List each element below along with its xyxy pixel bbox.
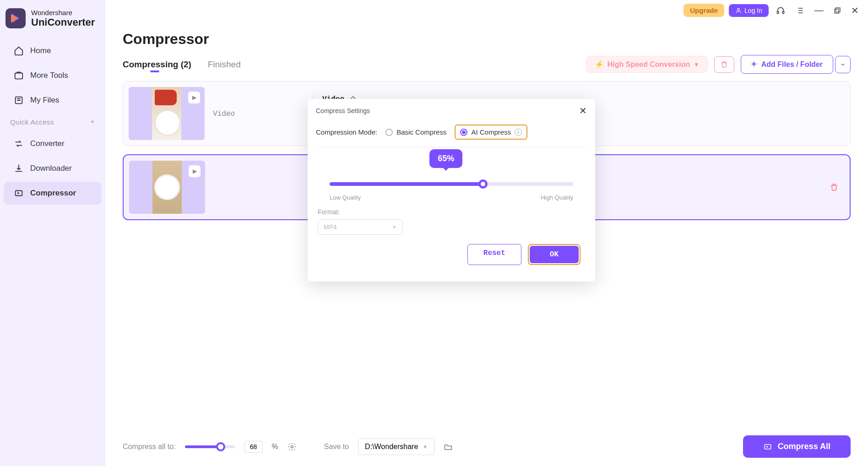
converter-icon [14, 139, 24, 149]
page-title: Compressor [105, 21, 868, 55]
add-quick-access-icon[interactable]: + [90, 117, 95, 127]
logo-icon [5, 8, 26, 28]
compress-settings-modal: Compress Settings ✕ Compression Mode: Ba… [308, 99, 595, 282]
main-area: Upgrade Log In — ✕ Compressor Compressin… [105, 0, 868, 466]
chevron-down-icon: ▼ [423, 444, 428, 450]
app-logo: Wondershare UniConverter [0, 8, 105, 38]
chevron-down-icon [840, 62, 846, 67]
format-select[interactable]: MP4 ▼ [318, 219, 403, 235]
compression-mode-row: Compression Mode: Basic Compress AI Comp… [316, 125, 587, 147]
ai-compress-label: AI Compress [471, 128, 511, 136]
headset-icon[interactable] [773, 6, 788, 15]
tab-compressing[interactable]: Compressing (2) [123, 60, 191, 70]
sidebar-item-label: Compressor [30, 189, 76, 198]
chevron-down-icon: ▼ [694, 61, 699, 68]
compressor-icon [14, 188, 24, 198]
info-icon[interactable]: i [515, 129, 522, 136]
trash-icon [830, 183, 839, 192]
save-path-value: D:\Wondershare [365, 443, 418, 451]
global-quality-slider[interactable] [185, 445, 235, 448]
modal-header: Compress Settings ✕ [308, 99, 595, 121]
sidebar-item-downloader[interactable]: Downloader [4, 157, 102, 180]
upgrade-button[interactable]: Upgrade [684, 4, 724, 17]
quick-access-header: Quick Access + [0, 113, 105, 131]
svg-rect-6 [836, 8, 840, 12]
files-icon [14, 95, 24, 105]
save-path-select[interactable]: D:\Wondershare ▼ [358, 439, 434, 455]
sidebar: Wondershare UniConverter Home More Tools… [0, 0, 105, 466]
video-thumbnail[interactable]: ▶ [129, 87, 205, 140]
slider-labels: Low Quality High Quality [316, 190, 587, 201]
basic-compress-label: Basic Compress [396, 128, 446, 136]
radio-basic-compress[interactable]: Basic Compress [385, 128, 446, 136]
sidebar-item-converter[interactable]: Converter [4, 132, 102, 155]
slider-fill [185, 445, 218, 448]
svg-rect-4 [777, 11, 779, 13]
video-thumbnail[interactable]: ▶ [129, 161, 205, 214]
clear-all-button[interactable] [714, 56, 734, 73]
radio-icon [460, 129, 467, 136]
play-icon: ▶ [189, 165, 201, 177]
compress-all-to-label: Compress all to: [123, 443, 176, 451]
modal-title: Compress Settings [316, 107, 370, 114]
bottom-bar: Compress all to: 68 % Save to D:\Wonders… [105, 427, 868, 466]
format-area: Format: MP4 ▼ [316, 201, 587, 235]
sidebar-item-label: More Tools [30, 71, 68, 80]
svg-rect-0 [15, 73, 23, 79]
tab-finished[interactable]: Finished [208, 60, 241, 70]
sidebar-item-label: Downloader [30, 164, 72, 173]
compress-all-label: Compress All [778, 442, 830, 451]
svg-rect-5 [782, 11, 784, 13]
open-folder-icon[interactable] [444, 442, 453, 451]
list-icon[interactable] [792, 6, 807, 15]
plus-icon: + [751, 59, 757, 70]
logo-text: Wondershare UniConverter [31, 9, 95, 28]
slider-value-bubble: 65% [429, 149, 462, 168]
sidebar-item-compressor[interactable]: Compressor [4, 182, 102, 205]
sidebar-item-home[interactable]: Home [4, 39, 102, 62]
compress-all-button[interactable]: Compress All [743, 435, 851, 458]
sidebar-item-my-files[interactable]: My Files [4, 89, 102, 112]
slider-fill [330, 182, 481, 186]
sidebar-item-more-tools[interactable]: More Tools [4, 64, 102, 87]
radio-ai-compress[interactable]: AI Compress i [455, 125, 527, 140]
high-speed-conversion-button[interactable]: ⚡ High Speed Conversion ▼ [586, 56, 708, 73]
add-files-dropdown[interactable] [835, 56, 851, 73]
minimize-icon[interactable]: — [812, 5, 826, 16]
tabs-row: Compressing (2) Finished ⚡ High Speed Co… [105, 55, 868, 81]
reset-button[interactable]: Reset [467, 244, 521, 265]
high-quality-label: High Quality [541, 194, 573, 201]
home-icon [14, 46, 24, 56]
svg-point-8 [291, 445, 293, 448]
titlebar: Upgrade Log In — ✕ [105, 0, 868, 21]
radio-icon [385, 129, 393, 136]
svg-rect-7 [835, 9, 839, 13]
brand-line2: UniConverter [31, 16, 95, 28]
global-quality-input[interactable]: 68 [244, 441, 263, 453]
maximize-icon[interactable] [831, 7, 844, 14]
settings-gear-icon[interactable] [288, 442, 297, 451]
login-label: Log In [744, 7, 762, 14]
tools-icon [14, 70, 24, 81]
quality-slider[interactable] [330, 182, 573, 186]
svg-point-3 [738, 8, 740, 11]
sidebar-item-label: Converter [30, 139, 65, 148]
add-files-button[interactable]: + Add Files / Folder [741, 55, 833, 74]
sidebar-item-label: Home [30, 46, 51, 55]
item-source-label: Video [213, 110, 235, 118]
modal-close-button[interactable]: ✕ [579, 105, 587, 116]
slider-handle[interactable] [478, 179, 488, 189]
quick-access-label: Quick Access [10, 118, 54, 126]
delete-item-button[interactable] [830, 183, 844, 192]
compress-icon [763, 442, 772, 451]
ok-button-highlight: OK [528, 244, 580, 265]
quality-slider-area: 65% [316, 147, 587, 190]
trash-icon [720, 60, 728, 69]
download-icon [14, 163, 24, 173]
close-icon[interactable]: ✕ [848, 5, 862, 16]
modal-footer: Reset OK [316, 235, 587, 272]
login-button[interactable]: Log In [729, 4, 769, 17]
ok-button[interactable]: OK [530, 246, 579, 263]
slider-handle[interactable] [216, 442, 225, 451]
brand-line1: Wondershare [31, 9, 95, 16]
